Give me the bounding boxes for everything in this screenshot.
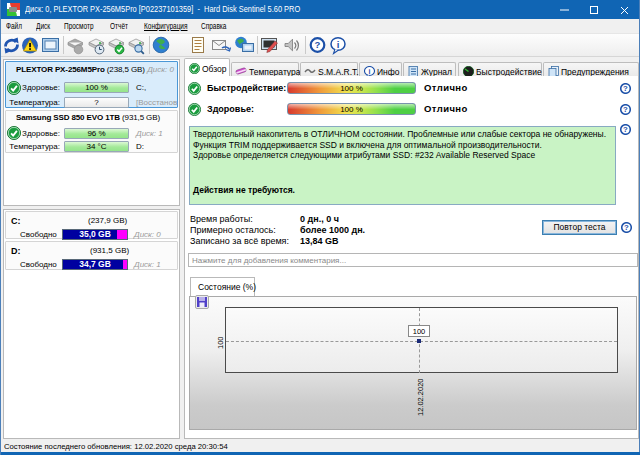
svg-text:?: ? [623,105,628,114]
svg-text:?: ? [623,84,628,93]
svg-text:i: i [337,39,340,50]
svg-text:?: ? [623,125,628,134]
svg-text:?: ? [624,223,629,232]
svg-text:?: ? [315,39,321,50]
svg-text:i: i [369,68,371,75]
